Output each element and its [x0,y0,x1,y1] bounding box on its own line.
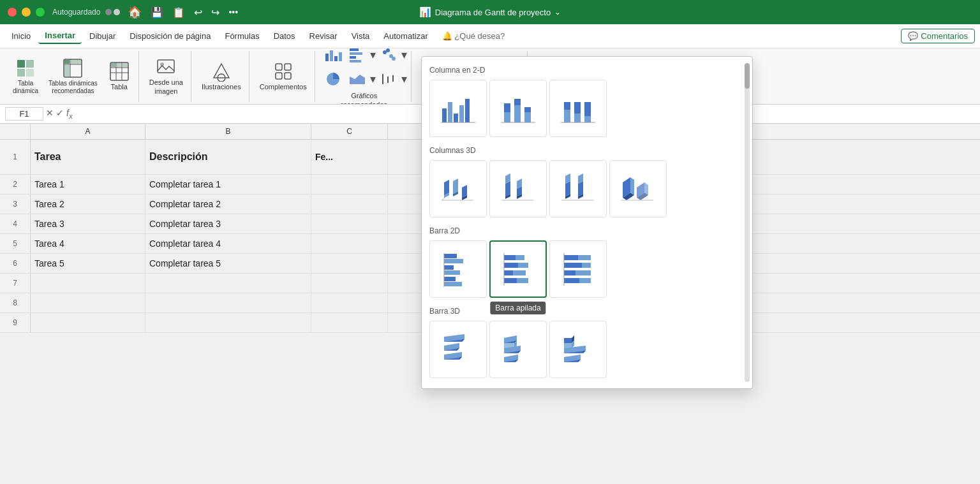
maximize-button[interactable] [36,8,45,17]
cell-a3[interactable]: Tarea 2 [31,194,145,214]
row-header-9[interactable]: 9 [0,313,31,332]
svg-rect-26 [325,54,329,61]
cell-c4[interactable] [311,214,388,233]
row-header-2[interactable]: 2 [0,175,31,194]
col-header-c[interactable]: C [311,124,388,139]
col2d-stacked-item[interactable] [489,80,547,137]
row-header-8[interactable]: 8 [0,293,31,312]
chart-area-button[interactable] [346,68,369,91]
row-header-5[interactable]: 5 [0,234,31,253]
cell-b7[interactable] [145,274,311,293]
menu-dibujar[interactable]: Dibujar [83,29,122,43]
svg-rect-61 [514,105,521,122]
menu-search[interactable]: 🔔 ¿Qué desea? [436,29,511,43]
col3d-100-item[interactable] [549,160,607,217]
cell-a6[interactable]: Tarea 5 [31,254,145,273]
col3d-single-item[interactable] [609,160,667,217]
cell-b2[interactable]: Completar tarea 1 [145,175,311,194]
chart-pie-button[interactable] [322,68,345,91]
svg-rect-119 [578,255,591,260]
row-header-7[interactable]: 7 [0,274,31,293]
chart-stock-button[interactable] [377,68,400,91]
chart-scatter-dropdown-arrow[interactable]: ▾ [401,48,407,62]
confirm-formula-icon[interactable]: ✓ [56,108,64,120]
tablas-recomendadas-button[interactable]: Tablas dinámicasrecomendadas [45,55,101,98]
cell-c1[interactable]: Fe... [311,140,388,174]
col3d-clustered-item[interactable] [429,160,487,217]
cell-b8[interactable] [145,293,311,312]
menu-inicio[interactable]: Inicio [5,29,37,43]
chart-scrollbar[interactable] [745,63,750,382]
complementos-button[interactable]: Complementos [256,59,311,94]
save-icon[interactable]: 💾 [151,6,163,18]
close-button[interactable] [8,8,17,17]
redo-icon[interactable]: ↪ [211,6,219,18]
bar3d-stacked-item[interactable] [489,321,547,378]
cell-a1[interactable]: Tarea [31,140,145,174]
cell-b5[interactable]: Completar tarea 4 [145,234,311,253]
cell-a4[interactable]: Tarea 3 [31,214,145,233]
cell-b4[interactable]: Completar tarea 3 [145,214,311,233]
cell-c8[interactable] [311,293,388,312]
row-header-3[interactable]: 3 [0,194,31,214]
more-icon[interactable]: ••• [228,7,238,17]
menu-automatizar[interactable]: Automatizar [377,29,434,43]
row-header-4[interactable]: 4 [0,214,31,233]
col-header-b[interactable]: B [145,124,311,139]
bar2d-stacked-item[interactable]: Barra apilada [489,240,547,298]
tabla-button[interactable]: Tabla [104,59,135,94]
comments-button[interactable]: 💬 Comentarios [901,29,975,43]
cell-c9[interactable] [311,313,388,332]
menu-disposicion[interactable]: Disposición de página [123,29,217,43]
cell-b1[interactable]: Descripción [145,140,311,174]
desde-imagen-button[interactable]: Desde unaimagen [145,54,187,98]
chart-scrollbar-thumb[interactable] [745,63,750,89]
cell-b9[interactable] [145,313,311,332]
cell-b3[interactable]: Completar tarea 2 [145,194,311,214]
row-header-6[interactable]: 6 [0,254,31,273]
minimize-button[interactable] [22,8,31,17]
menu-formulas[interactable]: Fórmulas [218,29,265,43]
cell-c6[interactable] [311,254,388,273]
cell-c7[interactable] [311,274,388,293]
chart-scatter-button[interactable] [377,48,400,66]
row-header-1[interactable]: 1 [0,140,31,174]
bar3d-clustered-item[interactable] [429,321,487,378]
menu-revisar[interactable]: Revisar [303,29,344,43]
cell-c3[interactable] [311,194,388,214]
function-icon[interactable]: fx [66,108,73,120]
col2d-clustered-item[interactable] [429,80,487,137]
cell-c2[interactable] [311,175,388,194]
cancel-formula-icon[interactable]: ✕ [46,108,54,120]
menu-vista[interactable]: Vista [345,29,376,43]
ilustraciones-button[interactable]: Ilustraciones [198,59,245,94]
clipboard-icon[interactable]: 📋 [172,6,185,18]
cell-a8[interactable] [31,293,145,312]
chart-area-dropdown-arrow[interactable]: ▾ [370,72,376,86]
svg-rect-3 [26,69,34,77]
bar2d-100-item[interactable] [549,240,607,298]
chart-dropdown-arrow[interactable]: ▾ [370,48,376,62]
menu-insertar[interactable]: Insertar [38,28,82,44]
menu-datos[interactable]: Datos [267,29,302,43]
chart-stock-dropdown-arrow[interactable]: ▾ [401,72,407,86]
cell-a9[interactable] [31,313,145,332]
cell-b6[interactable]: Completar tarea 5 [145,254,311,273]
cell-a5[interactable]: Tarea 4 [31,234,145,253]
bar3d-100-item[interactable] [549,321,607,378]
svg-marker-97 [630,177,634,195]
cell-reference[interactable]: F1 [5,107,43,121]
svg-rect-120 [564,263,582,268]
chart-bar-button[interactable] [346,48,369,66]
col2d-100-item[interactable] [549,80,607,137]
col-header-a[interactable]: A [31,124,145,139]
home-icon[interactable]: 🏠 [128,5,142,19]
cell-a2[interactable]: Tarea 1 [31,175,145,194]
undo-icon[interactable]: ↩ [194,6,202,18]
cell-a7[interactable] [31,274,145,293]
bar2d-clustered-item[interactable] [429,240,487,298]
chart-col-button[interactable] [322,48,345,66]
tabla-dinamica-button[interactable]: Tabladinámica [9,55,42,98]
col3d-stacked-item[interactable] [489,160,547,217]
cell-c5[interactable] [311,234,388,253]
